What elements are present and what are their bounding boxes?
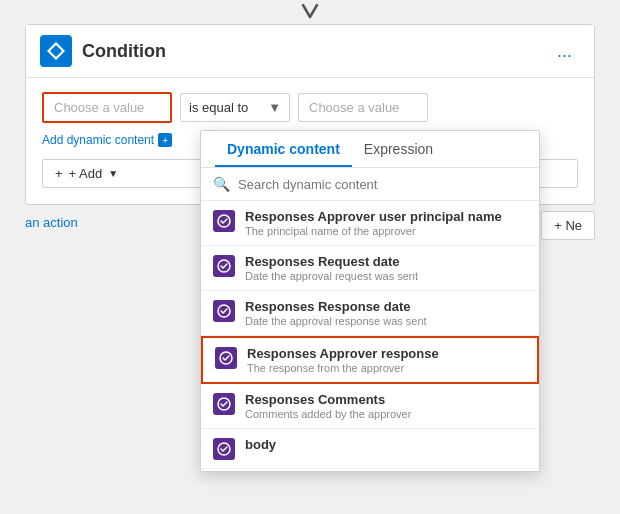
more-options-button[interactable]: ... xyxy=(549,37,580,66)
condition-icon xyxy=(40,35,72,67)
item-icon xyxy=(213,210,235,232)
list-item[interactable]: Responses Request date Date the approval… xyxy=(201,246,539,291)
list-item[interactable]: Responses Approver user principal name T… xyxy=(201,201,539,246)
operator-select[interactable]: is equal to ▼ xyxy=(180,93,290,122)
condition-header: Condition ... xyxy=(26,25,594,78)
list-item[interactable]: body xyxy=(201,429,539,469)
item-icon xyxy=(213,255,235,277)
item-text: Responses Approver user principal name T… xyxy=(245,209,527,237)
item-text: body xyxy=(245,437,527,453)
item-icon xyxy=(215,347,237,369)
search-input[interactable] xyxy=(238,177,527,192)
item-text: Responses Request date Date the approval… xyxy=(245,254,527,282)
item-icon xyxy=(213,300,235,322)
page-wrapper: Condition ... Choose a value is equal to… xyxy=(0,0,620,514)
chevron-add-icon: ▼ xyxy=(108,168,118,179)
dynamic-content-panel: Dynamic content Expression 🔍 Responses A… xyxy=(200,130,540,472)
tab-expression[interactable]: Expression xyxy=(352,131,445,167)
down-arrow-icon xyxy=(300,4,320,20)
list-item[interactable]: Responses Comments Comments added by the… xyxy=(201,384,539,429)
condition-shape-icon xyxy=(46,41,66,61)
right-value-input[interactable]: Choose a value xyxy=(298,93,428,122)
plus-badge-icon: + xyxy=(158,133,172,147)
dropdown-tabs: Dynamic content Expression xyxy=(201,131,539,168)
condition-title: Condition xyxy=(82,41,549,62)
top-arrow xyxy=(300,0,320,24)
item-icon xyxy=(213,393,235,415)
dropdown-list: Responses Approver user principal name T… xyxy=(201,201,539,471)
condition-row: Choose a value is equal to ▼ Choose a va… xyxy=(42,92,578,123)
search-bar: 🔍 xyxy=(201,168,539,201)
plus-icon: + xyxy=(55,166,63,181)
item-text: Responses Comments Comments added by the… xyxy=(245,392,527,420)
new-step-button[interactable]: + Ne xyxy=(541,211,595,240)
add-action-label[interactable]: an action xyxy=(25,211,78,240)
search-icon: 🔍 xyxy=(213,176,230,192)
approval-icon xyxy=(217,304,231,318)
item-text: Responses Approver response The response… xyxy=(247,346,525,374)
list-item-highlighted[interactable]: Responses Approver response The response… xyxy=(201,336,539,384)
approval-icon xyxy=(217,259,231,273)
approval-icon xyxy=(219,351,233,365)
approval-icon xyxy=(217,442,231,456)
tab-dynamic-content[interactable]: Dynamic content xyxy=(215,131,352,167)
list-item[interactable]: Responses responder xyxy=(201,469,539,471)
left-value-input[interactable]: Choose a value xyxy=(42,92,172,123)
item-text: Responses Response date Date the approva… xyxy=(245,299,527,327)
list-item[interactable]: Responses Response date Date the approva… xyxy=(201,291,539,336)
approval-icon xyxy=(217,214,231,228)
chevron-down-icon: ▼ xyxy=(268,100,281,115)
item-icon xyxy=(213,438,235,460)
approval-icon xyxy=(217,397,231,411)
